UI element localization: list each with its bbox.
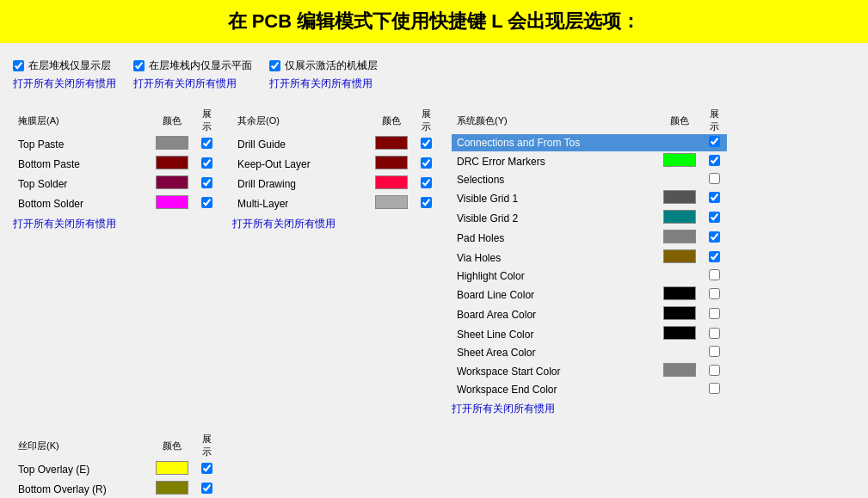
show-checkbox[interactable] xyxy=(709,155,720,166)
color-swatch[interactable] xyxy=(375,175,408,189)
color-swatch[interactable] xyxy=(156,195,188,209)
color-cell[interactable] xyxy=(151,194,194,213)
show-cell[interactable] xyxy=(701,344,727,361)
show-checkbox[interactable] xyxy=(709,231,720,243)
color-cell[interactable] xyxy=(370,194,413,213)
show-cell[interactable] xyxy=(413,134,439,154)
show-checkbox[interactable] xyxy=(709,365,720,376)
show-checkbox[interactable] xyxy=(709,346,720,357)
show-cell[interactable] xyxy=(194,134,219,154)
link-mech-only[interactable]: 打开所有关闭所有惯用 xyxy=(269,77,378,91)
color-swatch[interactable] xyxy=(663,153,696,167)
color-cell[interactable] xyxy=(658,381,701,398)
color-cell[interactable] xyxy=(151,479,194,498)
show-cell[interactable] xyxy=(701,151,727,171)
show-checkbox[interactable] xyxy=(709,136,720,147)
color-cell[interactable] xyxy=(658,361,701,381)
show-cell[interactable] xyxy=(701,267,727,285)
show-checkbox[interactable] xyxy=(709,251,720,262)
show-checkbox[interactable] xyxy=(201,463,212,474)
color-swatch[interactable] xyxy=(375,195,408,209)
color-cell[interactable] xyxy=(658,267,701,285)
show-cell[interactable] xyxy=(413,174,439,194)
show-cell[interactable] xyxy=(701,324,727,344)
show-checkbox[interactable] xyxy=(709,269,720,280)
show-cell[interactable] xyxy=(194,174,219,194)
link-stack-plane[interactable]: 打开所有关闭所有惯用 xyxy=(133,77,252,91)
color-cell[interactable] xyxy=(370,154,413,174)
color-cell[interactable] xyxy=(658,228,701,248)
color-cell[interactable] xyxy=(658,344,701,361)
show-checkbox[interactable] xyxy=(201,157,212,169)
show-checkbox[interactable] xyxy=(201,138,212,149)
other-panel-link[interactable]: 打开所有关闭所有惯用 xyxy=(232,217,439,231)
show-checkbox[interactable] xyxy=(421,177,432,188)
show-cell[interactable] xyxy=(701,188,727,208)
show-cell[interactable] xyxy=(701,248,727,267)
color-swatch[interactable] xyxy=(375,156,408,169)
color-swatch[interactable] xyxy=(663,230,696,243)
show-checkbox[interactable] xyxy=(201,483,212,494)
color-cell[interactable] xyxy=(658,285,701,304)
checkbox-mech-only[interactable] xyxy=(269,60,280,71)
show-cell[interactable] xyxy=(194,154,219,174)
show-cell[interactable] xyxy=(701,228,727,248)
show-cell[interactable] xyxy=(701,381,727,398)
checkbox-stack-plane[interactable] xyxy=(133,60,145,71)
color-swatch[interactable] xyxy=(156,136,188,150)
show-cell[interactable] xyxy=(701,304,727,324)
show-cell[interactable] xyxy=(701,285,727,304)
color-swatch[interactable] xyxy=(156,481,188,495)
show-cell[interactable] xyxy=(701,134,727,151)
color-swatch[interactable] xyxy=(156,156,188,169)
color-swatch[interactable] xyxy=(156,461,188,475)
color-cell[interactable] xyxy=(370,174,413,194)
color-swatch[interactable] xyxy=(663,326,696,340)
show-checkbox[interactable] xyxy=(709,383,720,394)
show-checkbox[interactable] xyxy=(709,173,720,184)
show-checkbox[interactable] xyxy=(709,308,720,319)
color-swatch[interactable] xyxy=(663,363,696,377)
color-swatch[interactable] xyxy=(663,210,696,224)
show-checkbox[interactable] xyxy=(709,328,720,339)
show-cell[interactable] xyxy=(701,171,727,188)
system-panel-link[interactable]: 打开所有关闭所有惯用 xyxy=(452,402,779,416)
mask-panel-link[interactable]: 打开所有关闭所有惯用 xyxy=(13,217,219,231)
show-cell[interactable] xyxy=(701,208,727,228)
show-checkbox[interactable] xyxy=(709,192,720,203)
color-cell[interactable] xyxy=(151,134,194,154)
color-swatch[interactable] xyxy=(663,249,696,263)
show-checkbox[interactable] xyxy=(201,197,212,208)
color-cell[interactable] xyxy=(370,134,413,154)
checkbox-stack-only[interactable] xyxy=(13,60,24,71)
color-cell[interactable] xyxy=(658,248,701,267)
show-checkbox[interactable] xyxy=(709,212,720,223)
color-cell[interactable] xyxy=(658,304,701,324)
show-checkbox[interactable] xyxy=(421,138,432,149)
show-cell[interactable] xyxy=(701,361,727,381)
color-cell[interactable] xyxy=(658,324,701,344)
color-swatch[interactable] xyxy=(663,286,696,300)
show-cell[interactable] xyxy=(413,154,439,174)
color-cell[interactable] xyxy=(151,154,194,174)
color-cell[interactable] xyxy=(658,134,701,151)
link-stack-only[interactable]: 打开所有关闭所有惯用 xyxy=(13,77,116,91)
show-checkbox[interactable] xyxy=(421,157,432,169)
color-swatch[interactable] xyxy=(375,136,408,150)
color-cell[interactable] xyxy=(658,151,701,171)
show-cell[interactable] xyxy=(194,459,219,479)
color-cell[interactable] xyxy=(151,459,194,479)
color-swatch[interactable] xyxy=(156,175,188,189)
color-swatch[interactable] xyxy=(663,306,696,320)
color-cell[interactable] xyxy=(151,174,194,194)
show-checkbox[interactable] xyxy=(201,177,212,188)
show-cell[interactable] xyxy=(194,194,219,213)
color-swatch[interactable] xyxy=(663,190,696,204)
show-checkbox[interactable] xyxy=(421,197,432,208)
show-checkbox[interactable] xyxy=(709,288,720,299)
color-cell[interactable] xyxy=(658,188,701,208)
color-cell[interactable] xyxy=(658,171,701,188)
show-cell[interactable] xyxy=(413,194,439,213)
color-cell[interactable] xyxy=(658,208,701,228)
show-cell[interactable] xyxy=(194,479,219,498)
